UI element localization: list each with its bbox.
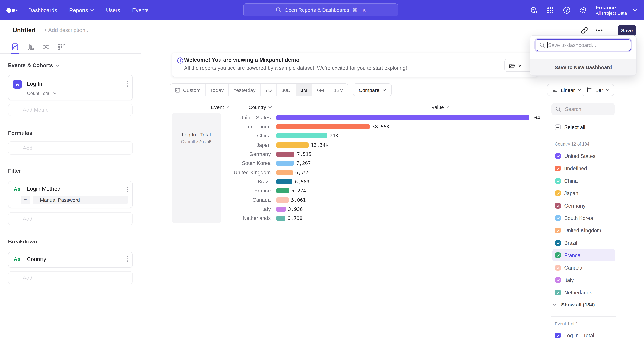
nav-events[interactable]: Events <box>132 7 148 13</box>
legend-label: France <box>564 252 580 258</box>
legend-item-united-kingdom[interactable]: United Kingdom <box>552 224 615 237</box>
legend-checkbox[interactable] <box>555 190 561 196</box>
nav-users[interactable]: Users <box>106 7 120 13</box>
legend-item-italy[interactable]: Italy <box>552 274 615 286</box>
bar-segment[interactable] <box>276 115 529 120</box>
select-all-row[interactable]: Select all <box>552 121 615 133</box>
legend-item-undefined[interactable]: undefined <box>552 162 615 175</box>
legend-item-canada[interactable]: Canada <box>552 262 615 274</box>
chart-scale-dropdown[interactable]: Linear <box>547 84 586 96</box>
column-header-event[interactable]: Event <box>211 104 229 110</box>
legend-checkbox[interactable] <box>555 290 561 295</box>
data-management-icon[interactable] <box>530 6 538 14</box>
save-to-new-dashboard-button[interactable]: Save to New Dashboard <box>530 59 636 75</box>
filter-operator[interactable]: = <box>21 196 30 204</box>
bar-segment[interactable] <box>276 170 293 175</box>
range-custom[interactable]: Custom <box>170 84 206 96</box>
chart-type-dropdown[interactable]: Bar <box>582 84 614 96</box>
mixpanel-logo-icon[interactable] <box>6 7 20 13</box>
legend-checkbox[interactable] <box>555 203 561 209</box>
legend-item-brazil[interactable]: Brazil <box>552 237 615 249</box>
legend-item-united-states[interactable]: United States <box>552 150 615 162</box>
legend-checkbox[interactable] <box>555 240 561 246</box>
aggregation-selector[interactable]: Count Total <box>27 90 56 96</box>
copy-link-icon[interactable] <box>581 27 588 34</box>
settings-gear-icon[interactable] <box>579 6 587 14</box>
metric-options-icon[interactable] <box>126 81 128 87</box>
add-description[interactable]: + Add description... <box>44 27 90 33</box>
legend-item-netherlands[interactable]: Netherlands <box>552 286 615 299</box>
show-all-toggle[interactable]: Show all (184) <box>552 302 595 308</box>
report-title[interactable]: Untitled <box>13 27 35 34</box>
legend-search[interactable] <box>552 103 615 115</box>
add-breakdown-button[interactable]: + Add <box>8 271 133 284</box>
breakdown-property-name[interactable]: Country <box>27 256 46 263</box>
event-checkbox[interactable] <box>555 333 561 338</box>
nav-dashboards[interactable]: Dashboards <box>28 7 57 13</box>
bar-segment[interactable] <box>276 133 327 139</box>
events-cohorts-header[interactable]: Events & Cohorts <box>8 62 133 68</box>
save-to-dashboard-input[interactable] <box>536 39 631 51</box>
legend-search-input[interactable] <box>564 106 609 112</box>
bar-segment[interactable] <box>276 161 294 166</box>
more-options-icon[interactable] <box>595 29 603 31</box>
range-7d[interactable]: 7D <box>260 84 277 96</box>
filter-card-login-method[interactable]: Aa Login Method = Manual Password <box>8 181 133 208</box>
global-search[interactable]: Open Reports & Dashboards ⌘ + K <box>243 3 398 16</box>
tab-insights-icon[interactable] <box>11 43 19 51</box>
add-formula-button[interactable]: + Add <box>8 141 133 155</box>
save-button[interactable]: Save <box>618 25 636 36</box>
tab-funnels-icon[interactable] <box>26 43 34 51</box>
apps-grid-icon[interactable] <box>547 6 554 14</box>
breakdown-options-icon[interactable] <box>126 256 128 262</box>
legend-checkbox[interactable] <box>555 166 561 171</box>
breakdown-card-country[interactable]: Aa Country <box>8 252 133 268</box>
legend-item-japan[interactable]: Japan <box>552 187 615 199</box>
legend-item-south-korea[interactable]: South Korea <box>552 212 615 224</box>
tab-flows-icon[interactable] <box>42 43 50 51</box>
compare-button[interactable]: Compare <box>353 83 392 96</box>
legend-checkbox[interactable] <box>555 178 561 184</box>
legend-checkbox[interactable] <box>555 215 561 221</box>
event-legend-row[interactable]: Log In - Total <box>552 329 615 342</box>
bar-segment[interactable] <box>276 207 286 212</box>
bar-segment[interactable] <box>276 152 294 157</box>
nav-reports[interactable]: Reports <box>69 7 94 13</box>
bar-segment[interactable] <box>276 124 370 129</box>
range-yesterday[interactable]: Yesterday <box>228 84 260 96</box>
legend-panel: Linear Bar Select all Country 12 of 184 <box>541 40 644 349</box>
chart-row: Japan13.34K <box>172 140 549 150</box>
metric-name[interactable]: Log In <box>27 81 42 87</box>
legend-item-china[interactable]: China <box>552 175 615 187</box>
bar-segment[interactable] <box>276 142 308 148</box>
filter-value[interactable]: Manual Password <box>32 196 128 204</box>
legend-checkbox[interactable] <box>555 228 561 233</box>
column-header-value[interactable]: Value <box>431 104 449 110</box>
range-today[interactable]: Today <box>206 84 228 96</box>
filter-options-icon[interactable] <box>126 187 128 192</box>
range-12m[interactable]: 12M <box>329 84 348 96</box>
range-6m[interactable]: 6M <box>312 84 329 96</box>
range-3m[interactable]: 3M <box>296 84 312 96</box>
project-switcher[interactable]: Finance All Project Data <box>596 4 637 16</box>
legend-item-france[interactable]: France <box>552 249 615 262</box>
legend-checkbox[interactable] <box>555 277 561 283</box>
bar-segment[interactable] <box>276 197 289 203</box>
add-filter-button[interactable]: + Add <box>8 212 133 225</box>
bar-segment[interactable] <box>276 188 289 194</box>
bar-segment[interactable] <box>276 179 292 184</box>
select-all-checkbox[interactable] <box>555 124 561 130</box>
view-sample-reports-button[interactable]: V <box>504 59 533 72</box>
legend-checkbox[interactable] <box>555 265 561 271</box>
legend-checkbox[interactable] <box>555 253 561 258</box>
metric-card-log-in[interactable]: A Log In Count Total <box>8 75 133 100</box>
bar-segment[interactable] <box>276 216 286 221</box>
add-metric-button[interactable]: + Add Metric <box>8 104 133 116</box>
filter-property-name[interactable]: Login Method <box>27 186 60 192</box>
tab-retention-icon[interactable] <box>57 43 66 51</box>
column-header-country[interactable]: Country <box>248 104 272 110</box>
legend-checkbox[interactable] <box>555 153 561 159</box>
range-30d[interactable]: 30D <box>277 84 296 96</box>
legend-item-germany[interactable]: Germany <box>552 199 615 212</box>
help-icon[interactable]: ? <box>563 6 570 14</box>
